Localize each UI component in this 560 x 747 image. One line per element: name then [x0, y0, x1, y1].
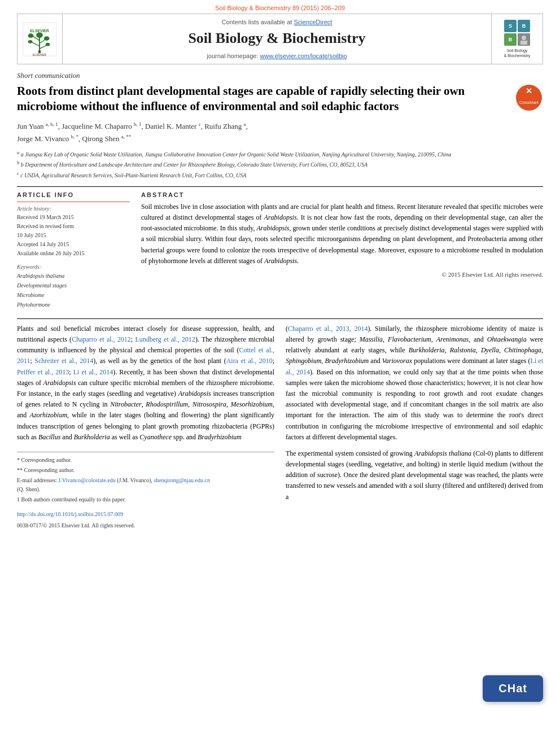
article-title: Roots from distinct plant developmental …	[17, 84, 509, 115]
vivanco-email-link[interactable]: J.Vivanco@colostate.edu	[58, 477, 115, 483]
chaparro-2012-link[interactable]: Chaparro et al., 2012	[72, 335, 131, 343]
available-online-date: Available online 26 July 2015	[17, 249, 130, 258]
keyword-1: Arabidopsis thaliana	[17, 271, 130, 281]
article-title-row: Roots from distinct plant developmental …	[17, 84, 543, 115]
body-divider	[17, 318, 543, 319]
received-revised-label: Received in revised form	[17, 222, 130, 231]
journal-info: Contents lists available at ScienceDirec…	[63, 14, 492, 64]
body-right-para-1: (Chaparro et al., 2013, 2014). Similarly…	[286, 324, 543, 443]
svg-text:CrossMark: CrossMark	[519, 101, 539, 104]
keywords-label: Keywords:	[17, 264, 130, 270]
chaparro-2013-link[interactable]: Chaparro et al., 2013, 2014	[288, 325, 368, 333]
contents-available-line: Contents lists available at ScienceDirec…	[222, 19, 333, 25]
abstract-heading: ABSTRACT	[141, 191, 543, 198]
lundberg-2012-link[interactable]: Lundberg et al., 2012	[135, 335, 195, 343]
svg-point-10	[28, 40, 33, 43]
accepted-date: Accepted 14 July 2015	[17, 240, 130, 249]
affiliations: a a Jiangsu Key Lab of Organic Solid Was…	[17, 150, 543, 180]
history-label: Article history:	[17, 206, 130, 212]
article-dates: Received 19 March 2015 Received in revis…	[17, 213, 130, 258]
svg-point-15	[522, 36, 526, 40]
journal-reference: Soil Biology & Biochemistry 89 (2015) 20…	[0, 0, 560, 14]
keywords-list: Arabidopsis thaliana Developmental stage…	[17, 271, 130, 309]
homepage-link[interactable]: www.elsevier.com/locate/soilbio	[260, 53, 347, 59]
doi-link[interactable]: http://dx.doi.org/10.1016/j.soilbio.2015…	[17, 511, 123, 517]
svg-point-9	[44, 36, 50, 41]
li-2014-link[interactable]: Li et al., 2014	[73, 368, 113, 376]
body-para-1: Plants and soil beneficial microbes inte…	[17, 324, 274, 443]
keyword-3: Microbiome	[17, 290, 130, 300]
doi-link-section: http://dx.doi.org/10.1016/j.soilbio.2015…	[17, 510, 274, 519]
sciencedirect-link[interactable]: ScienceDirect	[294, 19, 332, 25]
page: Soil Biology & Biochemistry 89 (2015) 20…	[0, 0, 560, 747]
footnote-asterisk1: * Corresponding author.	[17, 456, 274, 465]
body-text: Plants and soil beneficial microbes inte…	[17, 324, 543, 530]
schreiter-2014-link[interactable]: Schreiter et al., 2014	[34, 357, 93, 365]
copyright: © 2015 Elsevier Ltd. All rights reserved…	[141, 271, 543, 278]
svg-point-8	[28, 33, 34, 38]
sbb-logo: S B B Soil Biology& Biochemistry	[492, 14, 542, 64]
svg-rect-16	[520, 41, 527, 45]
article-history: Article history: Received 19 March 2015 …	[17, 202, 130, 258]
homepage-label: journal homepage:	[207, 53, 258, 59]
footnote-equal-contribution: 1 Both authors contributed equally to th…	[17, 495, 274, 504]
svg-point-11	[46, 42, 50, 46]
keywords-section: Keywords: Arabidopsis thaliana Developme…	[17, 264, 130, 309]
svg-point-7	[36, 32, 43, 38]
article-type: Short communication	[17, 71, 543, 80]
revised-date: 10 July 2015	[17, 231, 130, 240]
svg-text:ELSEVIER: ELSEVIER	[30, 29, 49, 33]
body-right-col: (Chaparro et al., 2013, 2014). Similarly…	[286, 324, 543, 530]
article-info-heading: ARTICLE INFO	[17, 191, 130, 198]
main-content: Short communication Roots from distinct …	[0, 64, 560, 537]
footnote-asterisk2: ** Corresponding author.	[17, 466, 274, 475]
footnotes: * Corresponding author. ** Corresponding…	[17, 452, 274, 504]
article-info-column: ARTICLE INFO Article history: Received 1…	[17, 191, 130, 309]
aira-2010-link[interactable]: Aira et al., 2010	[226, 357, 273, 365]
authors: Jun Yuan a, b, 1, Jacqueline M. Chaparro…	[17, 120, 543, 145]
crossmark-icon[interactable]: ✕ CrossMark	[515, 84, 543, 112]
keyword-4: Phytohormone	[17, 300, 130, 309]
received-date: Received 19 March 2015	[17, 213, 130, 222]
abstract-column: ABSTRACT Soil microbes live in close ass…	[141, 191, 543, 309]
body-left-col: Plants and soil beneficial microbes inte…	[17, 324, 274, 530]
article-info-abstract: ARTICLE INFO Article history: Received 1…	[17, 191, 543, 309]
issn-legal: 0038-0717/© 2015 Elsevier Ltd. All right…	[17, 521, 274, 530]
body-right-para-2: The experimental system consisted of gro…	[286, 448, 543, 503]
footnote-emails: E-mail addresses: J.Vivanco@colostate.ed…	[17, 476, 274, 494]
chat-button[interactable]: CHat	[483, 675, 543, 702]
elsevier-logo: ELSEVIER ELSEVIER	[18, 14, 63, 64]
journal-header: ELSEVIER ELSEVIER Contents lists availab…	[17, 14, 543, 64]
svg-text:ELSEVIER: ELSEVIER	[33, 54, 46, 56]
peiffer-2013-link[interactable]: Peiffer et al., 2013	[17, 368, 69, 376]
svg-rect-12	[38, 50, 41, 53]
abstract-text: Soil microbes live in close association …	[141, 202, 543, 267]
svg-text:✕: ✕	[526, 86, 532, 95]
shen-email-link[interactable]: shenqirong@njau.edu.cn	[154, 477, 210, 483]
section-divider	[17, 186, 543, 187]
contents-label: Contents lists available at	[222, 19, 292, 25]
journal-title: Soil Biology & Biochemistry	[188, 30, 365, 47]
keyword-2: Developmental stages	[17, 281, 130, 290]
